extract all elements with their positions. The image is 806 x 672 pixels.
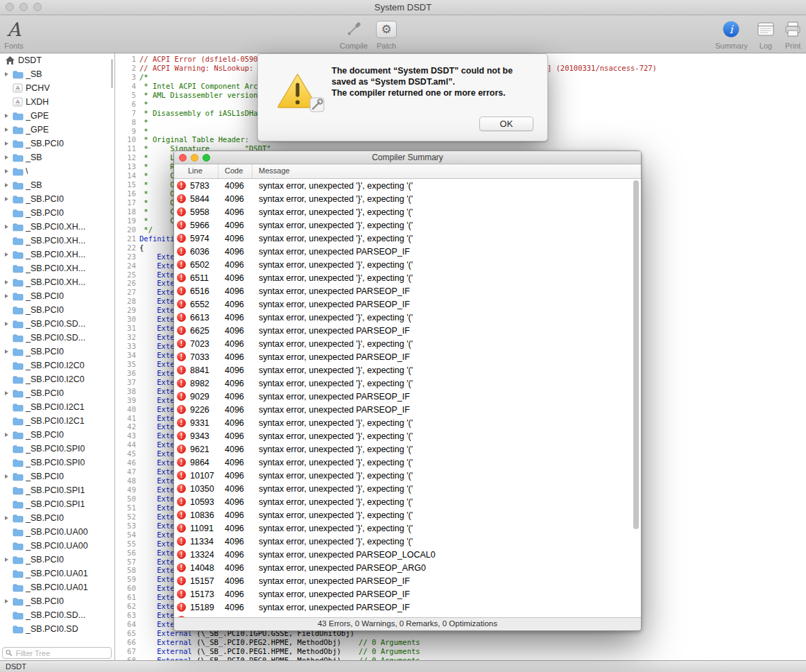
sidebar-item-sbpci0ua01[interactable]: _SB.PCI0.UA01	[0, 567, 114, 580]
disclosure-triangle-icon[interactable]	[3, 72, 12, 76]
sidebar-item-dsdt[interactable]: DSDT	[0, 53, 114, 67]
column-header-message[interactable]: Message	[259, 166, 290, 175]
error-row[interactable]: !89824096syntax error, unexpected '}', e…	[174, 377, 641, 390]
sidebar-item-sbpci0[interactable]: _SB.PCI0	[0, 428, 114, 442]
sidebar-item-sbpci0spi1[interactable]: _SB.PCI0.SPI1	[0, 497, 114, 511]
error-row[interactable]: !65524096syntax error, unexpected PARSEO…	[174, 298, 641, 311]
error-row[interactable]: !151894096syntax error, unexpected PARSE…	[174, 601, 641, 614]
disclosure-triangle-icon[interactable]	[3, 294, 12, 298]
disclosure-triangle-icon[interactable]	[3, 350, 12, 354]
sidebar-item-sbpci0[interactable]: _SB.PCI0	[0, 137, 114, 150]
disclosure-triangle-icon[interactable]	[3, 114, 12, 118]
sidebar-item-sbpci0xh[interactable]: _SB.PCI0.XH...	[0, 261, 114, 275]
error-row[interactable]: !65024096syntax error, unexpected '}', e…	[174, 258, 641, 271]
sidebar-item-sbpci0xh[interactable]: _SB.PCI0.XH...	[0, 220, 114, 234]
disclosure-triangle-icon[interactable]	[3, 141, 12, 146]
sidebar-item-gpe[interactable]: _GPE	[0, 123, 114, 137]
disclosure-triangle-icon[interactable]	[3, 280, 12, 284]
error-row[interactable]: !59744096syntax error, unexpected '}', e…	[174, 232, 641, 245]
error-row[interactable]: !57834096syntax error, unexpected '}', e…	[174, 179, 641, 192]
error-row[interactable]: !98644096syntax error, unexpected '}', e…	[174, 456, 641, 469]
disclosure-triangle-icon[interactable]	[3, 516, 12, 520]
sidebar-item-sbpci0[interactable]: _SB.PCI0	[0, 469, 114, 483]
sidebar-item-sbpci0i2c1[interactable]: _SB.PCI0.I2C1	[0, 400, 114, 414]
sidebar-item-sbpci0i2c0[interactable]: _SB.PCI0.I2C0	[0, 372, 114, 386]
disclosure-triangle-icon[interactable]	[3, 558, 12, 562]
print-button[interactable]: Print	[780, 17, 806, 50]
sidebar-item-sbpci0[interactable]: _SB.PCI0	[0, 192, 114, 206]
disclosure-triangle-icon[interactable]	[3, 197, 12, 201]
sidebar-item-sbpci0xh[interactable]: _SB.PCI0.XH...	[0, 248, 114, 261]
sidebar-item-sbpci0xh[interactable]: _SB.PCI0.XH...	[0, 234, 114, 248]
sidebar-item-sbpci0[interactable]: _SB.PCI0	[0, 303, 114, 317]
error-row[interactable]: !66254096syntax error, unexpected PARSEO…	[174, 324, 641, 337]
sidebar-item-sbpci0spi0[interactable]: _SB.PCI0.SPI0	[0, 456, 114, 469]
error-row[interactable]: !93434096syntax error, unexpected '}', e…	[174, 429, 641, 442]
sidebar-item-sbpci0sd[interactable]: _SB.PCI0.SD...	[0, 331, 114, 345]
column-divider[interactable]	[218, 164, 218, 178]
sidebar-item-pchv[interactable]: APCHV	[0, 81, 114, 95]
sidebar-item-sb[interactable]: _SB	[0, 150, 114, 164]
error-row[interactable]: !105934096syntax error, unexpected '}', …	[174, 495, 641, 508]
sidebar-item-sbpci0[interactable]: _SB.PCI0	[0, 206, 114, 220]
disclosure-triangle-icon[interactable]	[3, 474, 12, 479]
sidebar-item-sbpci0[interactable]: _SB.PCI0	[0, 594, 114, 608]
minimize-button[interactable]	[19, 3, 28, 11]
sidebar-item-sbpci0sd[interactable]: _SB.PCI0.SD...	[0, 608, 114, 622]
error-row[interactable]: !110914096syntax error, unexpected '}', …	[174, 522, 641, 535]
error-row[interactable]: !65164096syntax error, unexpected PARSEO…	[174, 284, 641, 298]
error-row[interactable]: !151734096syntax error, unexpected PARSE…	[174, 587, 641, 601]
zoom-button[interactable]	[33, 3, 42, 11]
close-button[interactable]	[179, 154, 187, 162]
fonts-button[interactable]: A Fonts	[0, 17, 28, 50]
sidebar-item-sbpci0i2c1[interactable]: _SB.PCI0.I2C1	[0, 414, 114, 428]
sidebar-item-sbpci0[interactable]: _SB.PCI0	[0, 511, 114, 525]
error-row[interactable]: !90294096syntax error, unexpected PARSEO…	[174, 390, 641, 403]
error-row[interactable]: !59584096syntax error, unexpected '}', e…	[174, 205, 641, 218]
sidebar-item-sb[interactable]: _SB	[0, 178, 114, 192]
sidebar-item-[interactable]: \	[0, 164, 114, 178]
sidebar-item-sb[interactable]: _SB	[0, 67, 114, 81]
error-row[interactable]: !59664096syntax error, unexpected '}', e…	[174, 218, 641, 232]
sidebar-item-sbpci0xh[interactable]: _SB.PCI0.XH...	[0, 275, 114, 289]
disclosure-triangle-icon[interactable]	[3, 225, 12, 229]
error-row[interactable]: !70334096syntax error, unexpected PARSEO…	[174, 350, 641, 363]
ok-button[interactable]: OK	[479, 117, 533, 131]
error-row[interactable]: !151574096syntax error, unexpected PARSE…	[174, 574, 641, 587]
sidebar-item-gpe[interactable]: _GPE	[0, 109, 114, 123]
column-divider[interactable]	[252, 164, 252, 178]
patch-button[interactable]: ⚙ Patch	[371, 17, 402, 50]
sidebar-item-sbpci0i2c0[interactable]: _SB.PCI0.I2C0	[0, 359, 114, 372]
minimize-button[interactable]	[191, 154, 198, 162]
error-row[interactable]: !66134096syntax error, unexpected '}', e…	[174, 311, 641, 324]
disclosure-triangle-icon[interactable]	[3, 599, 12, 603]
disclosure-triangle-icon[interactable]	[3, 252, 12, 257]
disclosure-triangle-icon[interactable]	[3, 155, 12, 160]
error-row[interactable]: !58444096syntax error, unexpected '}', e…	[174, 192, 641, 205]
error-row[interactable]: !140484096syntax error, unexpected PARSE…	[174, 561, 641, 574]
compile-button[interactable]: Compile	[338, 17, 370, 50]
error-row[interactable]: !108364096syntax error, unexpected '}', …	[174, 508, 641, 522]
error-row[interactable]: !93314096syntax error, unexpected '}', e…	[174, 416, 641, 429]
sidebar-item-sbpci0[interactable]: _SB.PCI0	[0, 289, 114, 303]
error-row[interactable]: !65114096syntax error, unexpected '}', e…	[174, 271, 641, 284]
zoom-button[interactable]	[203, 154, 210, 162]
error-row[interactable]: !96214096syntax error, unexpected '}', e…	[174, 442, 641, 456]
sidebar-item-sbpci0[interactable]: _SB.PCI0	[0, 345, 114, 359]
log-button[interactable]: Log	[754, 17, 778, 50]
error-row[interactable]: !103504096syntax error, unexpected '}', …	[174, 482, 641, 495]
sidebar-item-sbpci0ua00[interactable]: _SB.PCI0.UA00	[0, 525, 114, 539]
disclosure-triangle-icon[interactable]	[3, 433, 12, 437]
error-row[interactable]: !70234096syntax error, unexpected '}', e…	[174, 337, 641, 350]
sidebar-item-sbpci0spi0[interactable]: _SB.PCI0.SPI0	[0, 442, 114, 456]
error-row[interactable]: !60364096syntax error, unexpected PARSEO…	[174, 245, 641, 258]
filter-tree-input[interactable]	[15, 648, 108, 658]
compiler-scrollbar[interactable]	[633, 180, 639, 529]
disclosure-triangle-icon[interactable]	[3, 169, 12, 173]
error-row[interactable]: !92264096syntax error, unexpected PARSEO…	[174, 403, 641, 416]
column-header-code[interactable]: Code	[225, 166, 243, 175]
close-button[interactable]	[6, 3, 14, 11]
sidebar-item-sbpci0ua00[interactable]: _SB.PCI0.UA00	[0, 539, 114, 553]
disclosure-triangle-icon[interactable]	[3, 128, 12, 132]
sidebar-item-sbpci0ua01[interactable]: _SB.PCI0.UA01	[0, 580, 114, 594]
